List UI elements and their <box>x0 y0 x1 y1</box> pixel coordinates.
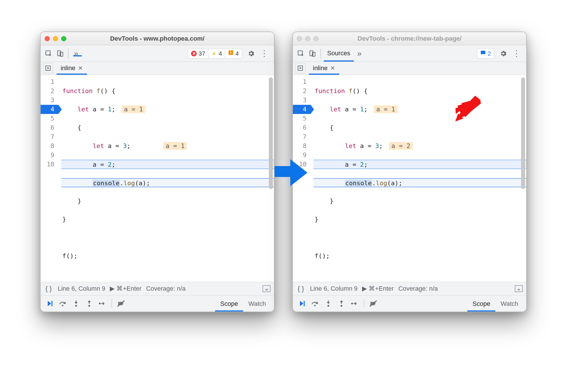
step-out-icon[interactable] <box>83 298 96 309</box>
file-tabstrip: inline ✕ <box>41 62 274 75</box>
coverage-status: Coverage: n/a <box>146 285 186 292</box>
scrollbar-thumb[interactable] <box>269 77 273 189</box>
line-number: 1 <box>293 77 308 86</box>
close-icon[interactable]: ✕ <box>78 65 83 72</box>
attention-arrow-icon <box>455 96 481 121</box>
issue-icon <box>228 50 234 57</box>
code-area[interactable]: function f() { let a = 1;a = 1 { let a =… <box>58 75 274 282</box>
issues-badge[interactable]: 4 <box>225 49 242 58</box>
step-over-icon[interactable] <box>309 298 321 309</box>
code-editor[interactable]: 1 2 3 4 5 6 7 8 9 10 function f() { let … <box>41 75 274 282</box>
dropdown-icon[interactable] <box>515 285 523 292</box>
toolbar-separator <box>320 49 321 58</box>
settings-icon[interactable] <box>498 48 508 59</box>
debugger-toolbar: Scope Watch <box>41 296 274 312</box>
resume-icon[interactable] <box>43 298 56 309</box>
close-icon[interactable]: ✕ <box>330 65 335 72</box>
device-toggle-icon[interactable] <box>307 48 317 59</box>
device-toggle-icon[interactable] <box>55 48 65 59</box>
inspect-icon[interactable] <box>296 48 306 59</box>
traffic-lights <box>45 36 66 41</box>
dropdown-icon[interactable] <box>263 285 271 292</box>
watch-tab[interactable]: Watch <box>495 296 523 312</box>
maximize-button[interactable] <box>61 36 66 41</box>
line-number-execution[interactable]: 4 <box>41 105 58 114</box>
svg-point-23 <box>351 303 353 304</box>
step-icon[interactable] <box>348 298 361 309</box>
highlighted-token: console <box>345 180 372 187</box>
line-number: 7 <box>293 132 308 141</box>
active-tab-underline <box>73 55 82 56</box>
error-icon <box>191 51 197 56</box>
scope-tab[interactable]: Scope <box>467 296 495 312</box>
scope-tabs: Scope Watch <box>467 296 523 312</box>
debugger-controller-icon[interactable] <box>295 63 305 73</box>
messages-badge[interactable]: 2 <box>477 48 494 58</box>
line-number: 6 <box>293 123 308 132</box>
deactivate-breakpoints-icon[interactable] <box>367 298 380 309</box>
watch-tab[interactable]: Watch <box>243 296 271 312</box>
step-over-icon[interactable] <box>57 298 69 309</box>
issues-count: 4 <box>235 50 239 57</box>
titlebar[interactable]: DevTools - chrome://new-tab-page/ <box>293 32 526 45</box>
minimize-button[interactable] <box>305 36 310 41</box>
svg-rect-6 <box>231 51 231 53</box>
resume-icon[interactable] <box>296 298 308 309</box>
errors-badge[interactable]: 37 <box>188 49 208 58</box>
scope-tab[interactable]: Scope <box>215 296 243 312</box>
toolbar-separator <box>112 299 112 308</box>
messages-count: 2 <box>488 50 491 57</box>
pretty-print-icon[interactable]: { } <box>296 285 305 293</box>
svg-rect-4 <box>214 54 214 54</box>
svg-rect-9 <box>51 301 53 306</box>
svg-point-13 <box>99 303 101 304</box>
line-number: 7 <box>41 132 55 141</box>
kebab-menu-icon[interactable]: ⋮ <box>257 49 271 58</box>
maximize-button[interactable] <box>313 36 319 41</box>
code-area[interactable]: function f() { let a = 1;a = 1 { let a =… <box>310 75 526 282</box>
toolbar-separator <box>68 49 69 58</box>
execute-hint[interactable]: ▶ ⌘+Enter <box>110 285 142 292</box>
svg-rect-7 <box>231 54 231 54</box>
close-button[interactable] <box>297 36 302 41</box>
sources-tab[interactable]: Sources <box>324 46 354 62</box>
line-number-execution[interactable]: 4 <box>293 105 311 114</box>
scrollbar-thumb[interactable] <box>521 77 525 189</box>
file-tab-inline[interactable]: inline ✕ <box>309 62 339 75</box>
inline-value-hint: a = 1 <box>374 105 397 113</box>
console-status-badges[interactable]: 37 4 4 <box>188 48 242 58</box>
execute-hint[interactable]: ▶ ⌘+Enter <box>362 285 394 292</box>
inspect-icon[interactable] <box>43 48 54 59</box>
deactivate-breakpoints-icon[interactable] <box>115 298 128 309</box>
svg-point-20 <box>314 305 316 306</box>
line-number: 2 <box>41 86 55 96</box>
file-tab-inline[interactable]: inline ✕ <box>57 62 87 75</box>
line-number: 5 <box>41 114 55 123</box>
line-number: 3 <box>293 96 308 105</box>
close-button[interactable] <box>45 36 50 41</box>
minimize-button[interactable] <box>53 36 58 41</box>
titlebar[interactable]: DevTools - www.photopea.com/ <box>41 32 274 45</box>
line-number: 10 <box>41 160 55 169</box>
step-into-icon[interactable] <box>70 298 82 309</box>
step-into-icon[interactable] <box>322 298 335 309</box>
line-number: 1 <box>41 77 55 86</box>
warnings-badge[interactable]: 4 <box>208 49 225 58</box>
pretty-print-icon[interactable]: { } <box>44 285 53 293</box>
line-number: 9 <box>41 151 55 160</box>
main-toolbar: Sources » 2 ⋮ <box>293 45 526 62</box>
line-number: 8 <box>41 141 55 151</box>
toolbar-separator <box>364 299 364 308</box>
svg-rect-19 <box>304 301 305 306</box>
kebab-menu-icon[interactable]: ⋮ <box>510 49 523 58</box>
line-number: 2 <box>293 86 308 96</box>
inline-value-hint: a = 2 <box>389 142 412 150</box>
step-icon[interactable] <box>96 298 109 309</box>
step-out-icon[interactable] <box>335 298 348 309</box>
debugger-controller-icon[interactable] <box>43 63 53 73</box>
devtools-window-left: DevTools - www.photopea.com/ » 37 4 <box>40 31 275 312</box>
code-editor[interactable]: 1 2 3 4 5 6 7 8 9 10 function f() { let … <box>293 75 526 282</box>
file-tabstrip: inline ✕ <box>293 62 526 75</box>
more-tabs-icon[interactable]: » <box>355 50 364 58</box>
settings-icon[interactable] <box>246 48 256 59</box>
